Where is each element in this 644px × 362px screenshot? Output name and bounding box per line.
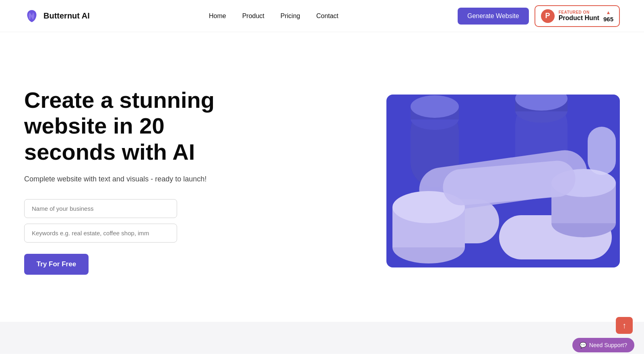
svg-point-16 (411, 95, 459, 118)
nav-contact[interactable]: Contact (316, 12, 339, 19)
product-hunt-icon: P (541, 9, 555, 23)
nav-home[interactable]: Home (209, 12, 226, 19)
scroll-to-top-button[interactable]: ↑ (616, 317, 633, 334)
hero-section: Create a stunning website in 20 seconds … (0, 32, 644, 322)
ph-name: Product Hunt (559, 14, 599, 22)
hero-subtitle: Complete website with text and visuals -… (24, 174, 250, 185)
hero-illustration (386, 95, 620, 267)
product-hunt-badge[interactable]: P FEATURED ON Product Hunt ▲ 965 (535, 5, 620, 27)
hero-image (386, 95, 620, 267)
hero-form (24, 199, 250, 243)
try-for-free-button[interactable]: Try For Free (24, 254, 89, 275)
ph-count-block: ▲ 965 (603, 10, 613, 23)
hero-title: Create a stunning website in 20 seconds … (24, 87, 250, 165)
ph-count: 965 (603, 16, 613, 23)
ph-arrow-icon: ▲ (606, 10, 611, 15)
navbar: Butternut AI Home Product Pricing Contac… (0, 0, 644, 32)
generate-website-button[interactable]: Generate Website (458, 8, 529, 25)
nav-right: Generate Website P FEATURED ON Product H… (458, 5, 620, 27)
ph-featured-label: FEATURED ON (559, 10, 599, 14)
keywords-input[interactable] (24, 224, 177, 243)
business-name-input[interactable] (24, 199, 177, 218)
nav-pricing[interactable]: Pricing (281, 12, 300, 19)
logo[interactable]: Butternut AI (24, 8, 90, 24)
hero-content: Create a stunning website in 20 seconds … (24, 87, 250, 275)
svg-rect-21 (588, 127, 616, 175)
nav-links: Home Product Pricing Contact (209, 12, 339, 20)
product-hunt-text: FEATURED ON Product Hunt (559, 10, 599, 22)
support-chat-icon: 💬 (580, 342, 586, 348)
need-support-button[interactable]: 💬 Need Support? (572, 338, 634, 352)
logo-icon (24, 8, 39, 24)
footer-strip (0, 322, 644, 354)
logo-text: Butternut AI (43, 11, 90, 21)
nav-product[interactable]: Product (242, 12, 264, 19)
support-label: Need Support? (589, 342, 627, 348)
